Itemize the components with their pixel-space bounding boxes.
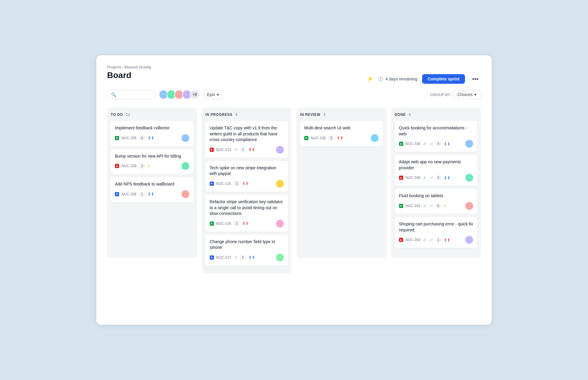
card-title: Update T&C copy with v1.9 from the write… <box>210 125 284 143</box>
card-footer: ■ NUC-216 3 ⬆⬆ <box>210 220 284 228</box>
epic-filter-button[interactable]: Epic ▾ <box>203 90 223 99</box>
card-footer: ■ NUC-208 1 ⬇⬇ <box>115 190 189 198</box>
card[interactable]: Bump version for new API for billing ■ N… <box>111 149 194 174</box>
bolt-icon: ⚡ <box>367 76 373 82</box>
card-count: 3 <box>139 163 145 169</box>
branch-icon: ⎇ <box>429 204 433 208</box>
branch-icon: ⎇ <box>234 255 238 259</box>
search-box[interactable]: 🔍 <box>107 90 155 99</box>
choices-dropdown-button[interactable]: Choices ▾ <box>453 90 481 99</box>
card-type-icon: ■ <box>399 238 403 242</box>
card[interactable]: Shoping cart purchasing error - quick fi… <box>395 217 478 248</box>
epic-chevron-icon: ▾ <box>217 92 219 97</box>
card[interactable]: Implement feedback collector ■ NUC-205 9… <box>111 121 194 146</box>
column-header-todo: TO DO 12 <box>111 113 194 117</box>
card-count: 5 <box>328 135 334 141</box>
card-footer: ■ NUC-336 ✓ ⎇ 4 ⬇⬇ <box>399 140 473 148</box>
choices-chevron-icon: ▾ <box>474 92 476 97</box>
header-right: ⚡ 🕐 4 days remaining Complete sprint ••• <box>367 74 481 84</box>
card-avatar <box>276 220 284 228</box>
card-count: 3 <box>435 175 442 180</box>
column-header-inreview: IN REVIEW 4 <box>300 113 383 117</box>
card-id: NUC-216 <box>216 222 231 226</box>
card[interactable]: Quick booking for accommodations - web ■… <box>395 121 478 152</box>
card[interactable]: Multi-dest search UI web ■ NUC-338 5 ⬆⬆ <box>300 121 383 146</box>
card[interactable]: Update T&C copy with v1.9 from the write… <box>206 121 288 158</box>
column-todo: TO DO 12 Implement feedback collector ■ … <box>107 108 197 258</box>
branch-icon: ⎇ <box>429 238 433 242</box>
card-avatar <box>182 190 189 198</box>
card-id: NUC-354 <box>406 238 421 242</box>
card-id: NUC-217 <box>216 255 231 260</box>
card-footer: ■ NUC-354 ✓ ⎇ 1 ⬆⬆ <box>399 236 473 244</box>
card-avatar <box>276 254 284 261</box>
card-avatar <box>465 202 473 210</box>
card-type-icon: ■ <box>115 164 119 168</box>
more-options-button[interactable]: ••• <box>470 74 481 84</box>
check-icon: ✓ <box>423 237 427 242</box>
group-by-label: GROUP BY <box>430 92 450 97</box>
breadcrumb: Projects / Beyond Gravity <box>107 65 481 69</box>
card-count: 1 <box>240 255 246 260</box>
card-avatar <box>465 236 473 244</box>
card-footer: ■ NUC-343 ✓ ⎇ 5 ≡ <box>399 202 473 210</box>
card-title: Fluid booking on tablets <box>399 193 473 199</box>
card-id: NUC-215 <box>216 182 231 186</box>
choices-label: Choices <box>457 92 472 97</box>
card-count: 4 <box>435 141 442 146</box>
complete-sprint-button[interactable]: Complete sprint <box>422 74 465 84</box>
card-id: NUC-206 <box>122 164 136 168</box>
column-inprogress: IN PROGRESS 4 Update T&C copy with v1.9 … <box>202 108 292 273</box>
card-count: 1 <box>240 147 246 152</box>
card-type-icon: ■ <box>115 192 119 196</box>
card[interactable]: Fluid booking on tablets ■ NUC-343 ✓ ⎇ 5… <box>395 189 478 214</box>
check-icon: ✓ <box>423 204 427 208</box>
card-avatar <box>182 134 189 142</box>
toolbar: 🔍 +3 Epic ▾ GROUP BY Choices ▾ <box>107 90 481 99</box>
card[interactable]: Tech spike on new stripe integration wit… <box>206 161 288 192</box>
search-icon: 🔍 <box>111 92 116 97</box>
card-id: NUC-205 <box>122 136 136 140</box>
card-footer: ■ NUC-346 ✓ ⎇ 3 ⬇⬇ <box>399 174 473 182</box>
column-done: DONE 4 Quick booking for accommodations … <box>391 108 481 258</box>
board-columns: TO DO 12 Implement feedback collector ■ … <box>107 108 481 273</box>
check-icon: ✓ <box>423 141 427 146</box>
card-count: 3 <box>234 221 240 226</box>
card-title: Quick booking for accommodations - web <box>399 125 473 137</box>
card-type-icon: ■ <box>304 136 308 140</box>
card-avatar <box>465 140 473 148</box>
card-id: NUC-208 <box>122 192 136 196</box>
card[interactable]: Change phone number field type to 'phone… <box>206 235 288 266</box>
card[interactable]: Adapt web app no new payments provider ■… <box>395 155 478 186</box>
card-type-icon: ■ <box>399 204 403 208</box>
card-type-icon: ■ <box>210 222 214 226</box>
card-count: 9 <box>139 135 145 141</box>
card-title: Tech spike on new stripe integration wit… <box>210 165 284 177</box>
avatar-overflow[interactable]: +3 <box>190 90 200 99</box>
card-type-icon: ■ <box>399 142 403 146</box>
card-footer: ■ NUC-215 3 ⬆⬆ <box>210 180 284 188</box>
card-count: 5 <box>435 203 442 209</box>
card-title: Refactor stripe verification key validat… <box>210 199 284 217</box>
card-avatar <box>276 146 284 154</box>
card[interactable]: Add NPS feedback to wallboard ■ NUC-208 … <box>111 177 194 202</box>
card-avatar <box>182 162 189 170</box>
page-title: Board <box>107 71 131 80</box>
search-input[interactable] <box>118 92 151 97</box>
epic-label: Epic <box>207 92 215 97</box>
clock-icon: 🕐 <box>378 77 383 81</box>
card-id: NUC-346 <box>406 176 421 180</box>
card-avatar <box>465 174 473 182</box>
card-type-icon: ■ <box>399 176 403 180</box>
card-avatar <box>371 134 379 142</box>
card-id: NUC-338 <box>311 136 326 140</box>
card-count: 3 <box>234 181 240 186</box>
card-type-icon: ■ <box>210 255 214 260</box>
card-footer: ■ NUC-213 ⎇ 1 ⬆⬆ <box>210 146 284 154</box>
card-title: Shoping cart purchasing error - quick fi… <box>399 221 473 233</box>
card-title: Adapt web app no new payments provider <box>399 159 473 171</box>
card-avatar <box>276 180 284 188</box>
card-footer: ■ NUC-217 ⎇ 1 ⬇⬇ <box>210 254 284 261</box>
card[interactable]: Refactor stripe verification key validat… <box>206 195 288 232</box>
branch-icon: ⎇ <box>429 142 433 146</box>
